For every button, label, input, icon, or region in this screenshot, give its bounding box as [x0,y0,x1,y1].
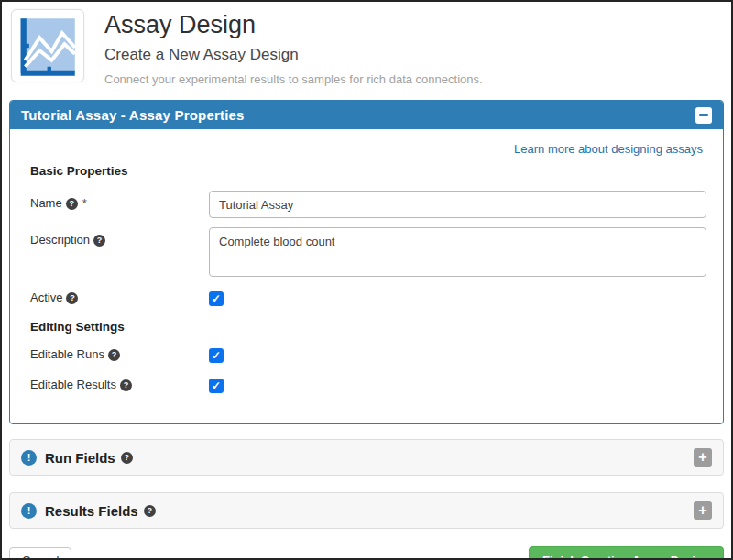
editable-results-field-row: Editable Results? ✓ [30,377,703,393]
assay-design-page: Assay Design Create a New Assay Design C… [0,0,733,560]
assay-properties-panel-title: Tutorial Assay - Assay Properties [21,107,245,123]
active-label: Active? [30,290,209,304]
name-input[interactable] [209,191,706,218]
run-fields-label: Run Fields [45,450,115,466]
run-fields-panel[interactable]: ! Run Fields ? + [9,439,724,476]
check-icon: ✓ [212,380,221,391]
assay-properties-panel: Tutorial Assay - Assay Properties Learn … [9,100,724,424]
header-titles: Assay Design Create a New Assay Design C… [104,9,483,86]
description-help-icon[interactable]: ? [93,235,105,247]
active-field-row: Active? ✓ [30,290,703,306]
editable-results-label: Editable Results? [30,377,209,391]
page-header: Assay Design Create a New Assay Design C… [2,2,731,93]
line-chart-icon [16,14,80,78]
page-description: Connect your experimental results to sam… [104,72,483,86]
page-subtitle: Create a New Assay Design [104,46,483,64]
results-fields-help-icon[interactable]: ? [144,505,156,517]
info-icon: ! [21,503,37,519]
run-fields-expand-icon[interactable]: + [694,448,712,467]
description-textarea[interactable]: Complete blood count [209,227,706,277]
assay-properties-panel-body: Learn more about designing assays Basic … [10,129,723,423]
collapse-panel-icon[interactable] [695,107,712,124]
assay-chart-icon [11,9,84,82]
check-icon: ✓ [212,293,221,304]
active-help-icon[interactable]: ? [66,292,78,304]
assay-properties-panel-header[interactable]: Tutorial Assay - Assay Properties [10,101,723,129]
name-field-row: Name?* [30,191,703,218]
active-checkbox[interactable]: ✓ [209,291,224,306]
info-icon: ! [21,450,37,466]
run-fields-help-icon[interactable]: ? [121,452,133,464]
editable-results-help-icon[interactable]: ? [120,379,132,391]
cancel-button[interactable]: Cancel [9,547,71,560]
page-title: Assay Design [104,11,483,39]
plus-icon: + [698,450,706,465]
results-fields-expand-icon[interactable]: + [694,501,712,520]
learn-more-row: Learn more about designing assays [30,140,703,157]
results-fields-panel[interactable]: ! Results Fields ? + [9,492,724,529]
results-fields-label: Results Fields [45,503,138,519]
name-label: Name?* [30,191,209,210]
editable-runs-field-row: Editable Runs? ✓ [30,346,703,363]
editing-settings-heading: Editing Settings [30,320,703,334]
finish-creating-assay-design-button[interactable]: Finish Creating Assay Design [529,546,724,560]
description-field-row: Description? Complete blood count [30,227,703,280]
check-icon: ✓ [212,350,221,361]
editable-runs-checkbox[interactable]: ✓ [209,348,224,363]
minus-icon [699,114,708,116]
name-help-icon[interactable]: ? [66,198,78,210]
required-asterisk: * [82,196,87,210]
editable-runs-help-icon[interactable]: ? [108,349,120,361]
editable-results-checkbox[interactable]: ✓ [209,379,224,393]
plus-icon: + [698,503,706,518]
editable-runs-label: Editable Runs? [30,346,209,361]
basic-properties-heading: Basic Properties [30,164,703,178]
description-label: Description? [30,227,209,247]
footer-button-bar: Cancel Finish Creating Assay Design [9,546,724,560]
learn-more-link[interactable]: Learn more about designing assays [514,142,703,156]
